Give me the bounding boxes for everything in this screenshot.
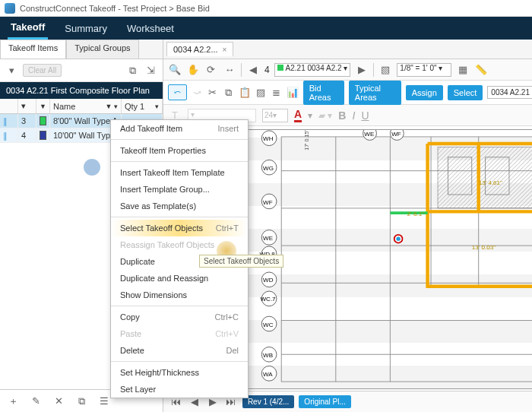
duplicate-icon[interactable]: ⧉ — [74, 395, 88, 408]
cut-icon[interactable]: ✂ — [207, 86, 218, 100]
tooltip: Select Takeoff Objects — [199, 255, 283, 268]
undo-button[interactable]: ⤺ — [168, 84, 187, 100]
select-button[interactable]: Select — [448, 85, 483, 100]
fontsize-input[interactable]: 24 ▾ — [262, 109, 288, 122]
tab-worksheet[interactable]: Worksheet — [124, 17, 177, 40]
search-icon[interactable]: 🔍 — [168, 63, 182, 77]
paintbucket-icon[interactable]: ▨ — [255, 86, 267, 100]
export-icon[interactable]: ☰ — [97, 395, 111, 408]
titlebar: ConstructConnect Takeoff - Test Project … — [0, 0, 532, 17]
menu-item: Reassign Takeoff Objects — [111, 236, 248, 253]
page-number: 4 — [264, 65, 270, 75]
left-filter-toolbar: ▾ Clear All ⧉ ⇲ — [0, 59, 163, 82]
menu-item[interactable]: Add Takeoff ItemInsert — [111, 120, 248, 137]
svg-text:WF: WF — [263, 199, 273, 206]
menu-item[interactable]: Show Dimensions — [111, 287, 248, 303]
menu-item[interactable]: Insert Takeoff Item Template — [111, 164, 248, 181]
fill-color-icon[interactable]: ▰ ▾ — [318, 110, 332, 121]
color-swatch-icon — [40, 131, 46, 140]
column-name[interactable]: Name — [53, 102, 75, 111]
ruler-icon[interactable]: 📏 — [474, 63, 488, 77]
tab-summary[interactable]: Summary — [62, 17, 110, 40]
typical-areas-button[interactable]: Typical Areas — [349, 81, 401, 105]
revision-button[interactable]: Rev 1 (4/2... — [242, 395, 294, 408]
compare-icon[interactable]: ▧ — [378, 63, 392, 77]
font-color-icon[interactable]: A — [294, 108, 302, 122]
underline-icon[interactable]: U — [361, 109, 369, 122]
italic-icon[interactable]: I — [352, 109, 355, 122]
clear-all-button[interactable]: Clear All — [23, 64, 62, 77]
next-page-icon[interactable]: ▶ — [355, 63, 369, 77]
menu-item[interactable]: Set Height/Thickness — [111, 364, 248, 381]
delete-icon[interactable]: ✕ — [52, 395, 65, 408]
menu-item[interactable]: Duplicate and Reassign — [111, 270, 248, 287]
edit-toolbar: ⤺ ⤻ ✂ ⧉ 📋 ▨ ≣ 📊 Bid Areas Typical Areas … — [163, 81, 532, 105]
paste-icon[interactable]: 📋 — [239, 86, 251, 100]
subtab-typical-groups[interactable]: Typical Groups — [66, 40, 138, 59]
original-button[interactable]: Original Pl... — [299, 395, 350, 408]
svg-text:17' 0.15": 17' 0.15" — [304, 130, 310, 151]
document-tab[interactable]: 0034 A2.2... × — [166, 42, 234, 56]
svg-text:WG: WG — [263, 165, 274, 172]
bid-areas-button[interactable]: Bid Areas — [303, 81, 344, 105]
svg-text:WC: WC — [263, 322, 274, 328]
collapse-icon[interactable]: ⇲ — [144, 64, 158, 78]
svg-text:WA: WA — [263, 371, 273, 378]
svg-text:WC.7: WC.7 — [260, 296, 276, 303]
app-logo-icon — [5, 3, 15, 14]
menu-item[interactable]: Select Takeoff ObjectsCtrl+T — [111, 220, 248, 236]
prev-page-icon[interactable]: ◀ — [246, 63, 260, 77]
menu-item[interactable]: CopyCtrl+C — [111, 309, 248, 325]
properties-icon[interactable]: ≣ — [271, 86, 282, 100]
plan-dropdown[interactable]: 0034 A2.21 First Composite...▾ — [487, 86, 532, 99]
svg-text:13' 0.03": 13' 0.03" — [472, 244, 496, 251]
bold-icon[interactable]: B — [338, 109, 346, 122]
stretch-icon[interactable]: ↔ — [223, 63, 236, 77]
svg-rect-13 — [438, 147, 532, 208]
rotate-icon[interactable]: ⟳ — [204, 63, 218, 77]
tab-takeoff[interactable]: Takeoff — [8, 17, 48, 40]
assign-button[interactable]: Assign — [406, 85, 443, 100]
chevron-down-icon[interactable]: ▾ — [5, 64, 18, 78]
main-nav: Takeoff Summary Worksheet — [0, 17, 532, 40]
highlight-ring-icon — [84, 159, 100, 176]
close-icon[interactable]: × — [223, 46, 227, 54]
copy-icon[interactable]: ⧉ — [223, 86, 234, 100]
svg-text:13' 4.61": 13' 4.61" — [479, 179, 502, 186]
zoom-dropdown[interactable]: 1/8" = 1' 0" ▾ — [397, 63, 451, 77]
grid-header: ▾ ▼ Name▼ ▾ Qty 1▾ — [0, 99, 163, 114]
menu-item[interactable]: Insert Template Group... — [111, 181, 248, 198]
grid-icon[interactable]: ▦ — [456, 63, 470, 77]
svg-text:WH: WH — [263, 135, 274, 142]
color-swatch-icon — [40, 116, 46, 125]
menu-item: PasteCtrl+V — [111, 325, 248, 342]
redo-icon[interactable]: ⤻ — [192, 86, 203, 100]
edit-icon[interactable]: ✎ — [29, 395, 43, 408]
chart-icon[interactable]: 📊 — [287, 86, 299, 100]
subtab-takeoff-items[interactable]: Takeoff Items — [0, 40, 66, 59]
menu-item[interactable]: Save as Template(s) — [111, 198, 248, 214]
grid-tag: WH — [261, 131, 277, 146]
plan-header: 0034 A2.21 First Composite Floor Plan — [0, 82, 163, 99]
svg-text:WE: WE — [263, 235, 274, 242]
svg-text:WB: WB — [263, 352, 273, 359]
menu-item[interactable]: Set Layer — [111, 381, 248, 398]
svg-text:WE: WE — [364, 131, 375, 138]
copy-icon[interactable]: ⧉ — [126, 64, 140, 78]
view-toolbar: 🔍 ✋ ⟳ ↔ ◀ 4 A2.21 0034 A2.2 ▾ ▶ ▧ 1/8" =… — [163, 59, 532, 81]
breadcrumb: ConstructConnect Takeoff - Test Project … — [20, 4, 210, 13]
page-dropdown[interactable]: A2.21 0034 A2.2 ▾ — [274, 63, 351, 77]
add-icon[interactable]: ＋ — [6, 395, 20, 408]
menu-item[interactable]: DeleteDel — [111, 342, 248, 359]
hand-icon[interactable]: ✋ — [186, 63, 200, 77]
menu-item[interactable]: Takeoff Item Properties — [111, 142, 248, 159]
svg-text:WD: WD — [263, 277, 274, 284]
svg-text:2' 8.1": 2' 8.1" — [407, 211, 424, 217]
svg-text:WF: WF — [391, 131, 401, 138]
filter-icon[interactable]: ▼ — [40, 103, 46, 110]
svg-point-18 — [396, 236, 400, 240]
column-qty[interactable]: Qty 1 — [125, 102, 144, 111]
